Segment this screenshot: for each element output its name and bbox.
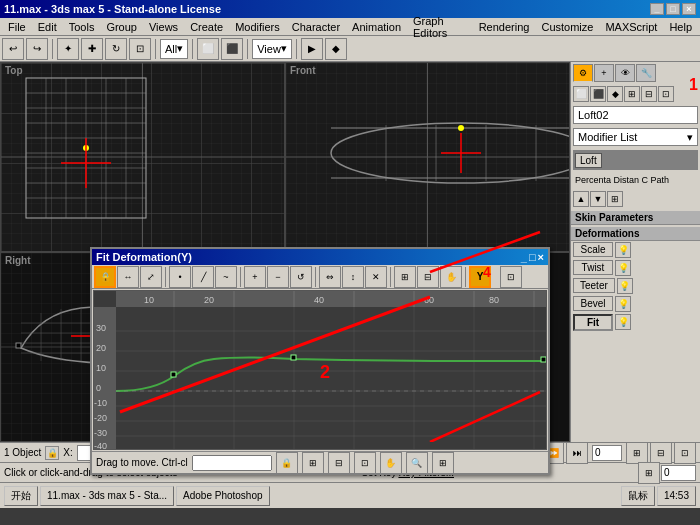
viewport-top[interactable]: Top (0, 62, 285, 252)
fit-point-btn[interactable]: • (169, 266, 191, 288)
fit-dialog-input[interactable] (192, 455, 272, 471)
frame-input[interactable] (592, 445, 622, 461)
fit-lock-btn[interactable]: 🔒 (94, 266, 116, 288)
fit-symmetry-btn[interactable]: ⇔ (319, 266, 341, 288)
selection-filter-dropdown[interactable]: All▾ (160, 39, 188, 59)
menu-animation[interactable]: Animation (346, 20, 407, 34)
rp-icon-4[interactable]: ⊞ (624, 86, 640, 102)
menu-edit[interactable]: Edit (32, 20, 63, 34)
fit-delete-btn[interactable]: − (267, 266, 289, 288)
path-nav-1[interactable]: ▲ (573, 191, 589, 207)
rp-icon-2[interactable]: ⬛ (590, 86, 606, 102)
fit-flip-h-btn[interactable]: ↕ (342, 266, 364, 288)
fit-deform-btn[interactable]: Fit (573, 314, 613, 331)
start-button[interactable]: 开始 (4, 486, 38, 506)
frame-range-btn[interactable]: ⊞ (638, 462, 660, 484)
menu-maxscript[interactable]: MAXScript (599, 20, 663, 34)
loft-stack-item[interactable]: Loft (575, 153, 602, 168)
rp-icon-6[interactable]: ⊡ (658, 86, 674, 102)
fd-nav-btn5[interactable]: 🔍 (406, 452, 428, 474)
scale-icon[interactable]: 💡 (615, 242, 631, 258)
render-opt-btn[interactable]: ⊡ (674, 442, 696, 464)
render-btn[interactable]: ▶ (301, 38, 323, 60)
menu-customize[interactable]: Customize (535, 20, 599, 34)
path-nav-3[interactable]: ⊞ (607, 191, 623, 207)
fit-dialog-title-bar[interactable]: Fit Deformation(Y) _ □ × (92, 249, 548, 265)
close-btn[interactable]: × (682, 3, 696, 15)
menu-grapheditors[interactable]: Graph Editors (407, 14, 473, 40)
render-all-btn[interactable]: ⊟ (650, 442, 672, 464)
select-btn[interactable]: ✦ (57, 38, 79, 60)
fit-pan-btn[interactable]: ✋ (440, 266, 462, 288)
fit-dialog-canvas[interactable]: 10 20 40 60 80 30 20 10 (93, 290, 547, 450)
render-frame-btn[interactable]: ⊞ (626, 442, 648, 464)
frame-range-input[interactable] (661, 465, 696, 481)
fit-insert-btn[interactable]: + (244, 266, 266, 288)
scale-btn[interactable]: ⊡ (129, 38, 151, 60)
panel-tab-display[interactable]: 👁 (615, 64, 635, 82)
rp-icon-1[interactable]: ⬜ (573, 86, 589, 102)
rotate-btn[interactable]: ↻ (105, 38, 127, 60)
minimize-btn[interactable]: _ (650, 3, 664, 15)
mirror-btn[interactable]: ⬜ (197, 38, 219, 60)
bevel-deform-btn[interactable]: Bevel (573, 296, 613, 311)
fit-scale-btn[interactable]: ⤢ (140, 266, 162, 288)
fit-bezier-btn[interactable]: ~ (215, 266, 237, 288)
panel-tab-modify[interactable]: ⚙ (573, 64, 593, 82)
menu-help[interactable]: Help (663, 20, 698, 34)
fd-lock-btn[interactable]: 🔒 (276, 452, 298, 474)
panel-tab-utilities[interactable]: 🔧 (636, 64, 656, 82)
fit-reset-btn[interactable]: ↺ (290, 266, 312, 288)
fit-dialog-close[interactable]: × (538, 251, 544, 263)
fit-zoom-ext-btn[interactable]: ⊡ (500, 266, 522, 288)
menu-file[interactable]: File (2, 20, 32, 34)
fd-nav-btn4[interactable]: ✋ (380, 452, 402, 474)
menu-group[interactable]: Group (100, 20, 143, 34)
mouse-label[interactable]: 鼠标 (621, 486, 655, 506)
fd-nav-btn3[interactable]: ⊡ (354, 452, 376, 474)
menu-rendering[interactable]: Rendering (473, 20, 536, 34)
render2-btn[interactable]: ◆ (325, 38, 347, 60)
lock-icon[interactable]: 🔒 (45, 446, 59, 460)
object-count: 1 Object (4, 447, 41, 458)
twist-icon[interactable]: 💡 (615, 260, 631, 276)
system-clock: 14:53 (657, 486, 696, 506)
fit-dialog-maximize[interactable]: □ (529, 251, 536, 263)
taskbar-photoshop[interactable]: Adobe Photoshop (176, 486, 270, 506)
menu-character[interactable]: Character (286, 20, 346, 34)
menu-views[interactable]: Views (143, 20, 184, 34)
menu-tools[interactable]: Tools (63, 20, 101, 34)
rp-icon-3[interactable]: ◆ (607, 86, 623, 102)
view-dropdown[interactable]: View▾ (252, 39, 292, 59)
goto-end-btn[interactable]: ⏭ (566, 442, 588, 464)
fd-nav-btn1[interactable]: ⊞ (302, 452, 324, 474)
menu-modifiers[interactable]: Modifiers (229, 20, 286, 34)
move-btn[interactable]: ✚ (81, 38, 103, 60)
twist-deform-btn[interactable]: Twist (573, 260, 613, 275)
fit-zoom2-btn[interactable]: ⊟ (417, 266, 439, 288)
maximize-btn[interactable]: □ (666, 3, 680, 15)
fit-icon[interactable]: 💡 (615, 314, 631, 330)
taskbar-3dsmax[interactable]: 11.max - 3ds max 5 - Sta... (40, 486, 174, 506)
path-nav-2[interactable]: ▼ (590, 191, 606, 207)
menu-create[interactable]: Create (184, 20, 229, 34)
fd-nav-btn6[interactable]: ⊞ (432, 452, 454, 474)
redo-btn[interactable]: ↪ (26, 38, 48, 60)
modifier-list-dropdown[interactable]: Modifier List ▾ (573, 128, 698, 146)
fit-move-btn[interactable]: ↔ (117, 266, 139, 288)
panel-tab-create[interactable]: + (594, 64, 614, 82)
teeter-deform-btn[interactable]: Teeter (573, 278, 615, 293)
object-name-field[interactable]: Loft02 (573, 106, 698, 124)
fit-dialog-minimize[interactable]: _ (521, 251, 527, 263)
fit-zoom-btn[interactable]: ⊞ (394, 266, 416, 288)
fit-delete2-btn[interactable]: ✕ (365, 266, 387, 288)
teeter-icon[interactable]: 💡 (617, 278, 633, 294)
fit-line-btn[interactable]: ╱ (192, 266, 214, 288)
fd-nav-btn2[interactable]: ⊟ (328, 452, 350, 474)
array-btn[interactable]: ⬛ (221, 38, 243, 60)
rp-icon-5[interactable]: ⊟ (641, 86, 657, 102)
viewport-front[interactable]: Front (285, 62, 570, 252)
undo-btn[interactable]: ↩ (2, 38, 24, 60)
scale-deform-btn[interactable]: Scale (573, 242, 613, 257)
bevel-icon[interactable]: 💡 (615, 296, 631, 312)
